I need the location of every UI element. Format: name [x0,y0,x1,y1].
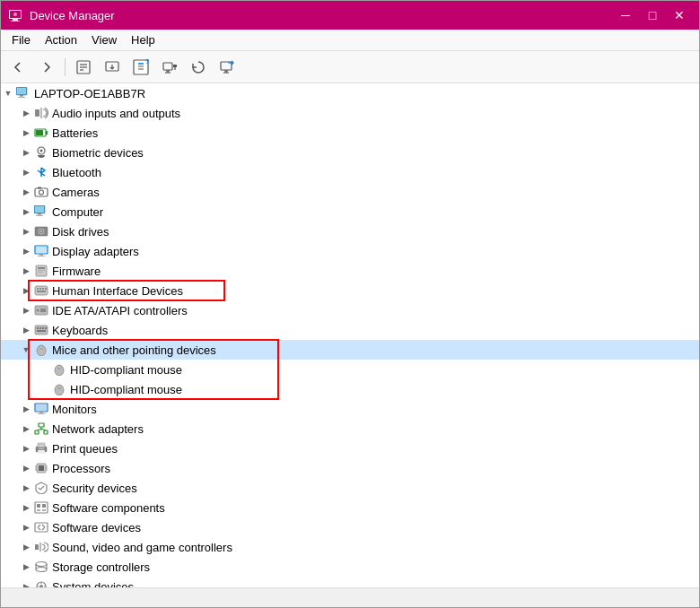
close-button[interactable]: ✕ [667,5,692,25]
tree-expander-hid[interactable] [19,283,33,298]
tree-item-system[interactable]: System devices [1,577,699,587]
tree-label-monitors: Monitors [52,403,97,416]
tree-item-firmware[interactable]: Firmware [1,261,699,281]
svg-rect-83 [35,430,39,434]
menu-action[interactable]: Action [38,30,84,50]
tree-expander-audio[interactable] [19,106,33,120]
tree-icon-computer [15,86,31,100]
refresh-button[interactable] [185,55,212,80]
tree-label-audio: Audio inputs and outputs [52,107,180,120]
tree-icon-firmware [33,264,49,278]
tree-label-network: Network adapters [52,422,144,436]
tree-item-hid-mouse2[interactable]: HID-compliant mouse [1,379,699,399]
tree-label-batteries: Batteries [52,126,98,140]
svg-rect-27 [17,88,26,94]
tree-expander-cameras[interactable] [19,185,33,199]
show-devices-button[interactable] [156,55,183,80]
tree-icon-mouse [51,362,67,377]
svg-rect-102 [42,504,46,508]
tree-item-mice[interactable]: Mice and other pointing devices [1,340,699,360]
tree-expander-computer[interactable] [19,204,33,219]
tree-item-audio[interactable]: Audio inputs and outputs [1,103,699,123]
tree-icon-hid [33,283,49,298]
tree-item-ide[interactable]: IDE ATA/ATAPI controllers [1,300,699,320]
tree-panel[interactable]: LAPTOP-OE1ABB7RAudio inputs and outputsB… [1,83,699,587]
svg-rect-64 [37,327,39,329]
tree-item-sw-dev[interactable]: Software devices [1,517,699,537]
tree-expander-sw-dev[interactable] [19,520,33,534]
tree-expander-bluetooth[interactable] [19,165,33,179]
tree-item-display[interactable]: Display adapters [1,241,699,261]
tree-expander-security[interactable] [19,481,33,495]
svg-point-35 [40,150,43,152]
tree-item-disk[interactable]: Disk drives [1,221,699,241]
tree-item-computer[interactable]: Computer [1,202,699,221]
properties-button[interactable] [70,55,97,80]
forward-button[interactable] [33,55,60,80]
tree-expander-print[interactable] [19,441,33,456]
tree-label-computer: Computer [52,205,103,219]
tree-item-keyboards[interactable]: Keyboards [1,320,699,340]
scan-button[interactable] [214,55,241,80]
svg-rect-53 [38,272,42,273]
maximize-button[interactable]: □ [640,5,665,25]
toolbar-sep-1 [65,58,66,76]
tree-expander-firmware[interactable] [19,264,33,278]
tree-item-print[interactable]: Print queues [1,439,699,458]
tree-label-mice: Mice and other pointing devices [52,343,216,357]
tree-expander-laptop[interactable] [1,86,15,100]
tree-expander-disk[interactable] [19,224,33,239]
tree-item-hid[interactable]: Human Interface Devices [1,281,699,300]
minimize-button[interactable]: ─ [613,5,638,25]
tree-item-monitors[interactable]: Monitors [1,399,699,419]
tree-item-storage[interactable]: Storage controllers [1,557,699,577]
svg-rect-30 [35,109,39,117]
tree-expander-hid-mouse2[interactable] [37,382,51,396]
tree-expander-processors[interactable] [19,461,33,475]
info-button[interactable]: ? [127,55,154,80]
tree-item-network[interactable]: Network adapters [1,419,699,439]
tree-item-biometric[interactable]: Biometric devices [1,143,699,162]
svg-rect-2 [11,21,20,22]
menu-bar: File Action View Help [1,30,699,51]
tree-expander-display[interactable] [19,244,33,258]
tree-item-sw-comp[interactable]: Software components [1,498,699,517]
back-button[interactable] [4,55,31,80]
tree-item-laptop[interactable]: LAPTOP-OE1ABB7R [1,83,699,103]
tree-expander-sound[interactable] [19,540,33,554]
menu-help[interactable]: Help [124,30,162,50]
update-driver-button[interactable] [99,55,126,80]
svg-rect-49 [38,256,45,256]
tree-item-batteries[interactable]: Batteries [1,123,699,143]
svg-rect-91 [39,448,44,449]
tree-icon-mouse [51,382,67,396]
tree-expander-sw-comp[interactable] [19,500,33,515]
menu-file[interactable]: File [4,30,38,50]
tree-item-processors[interactable]: Processors [1,458,699,478]
menu-view[interactable]: View [84,30,124,50]
svg-point-112 [39,585,43,587]
tree-expander-biometric[interactable] [19,145,33,160]
svg-line-86 [37,429,41,430]
tree-expander-network[interactable] [19,421,33,436]
tree-icon-software-comp [33,500,49,515]
tree-label-ide: IDE ATA/ATAPI controllers [52,304,188,317]
svg-rect-104 [42,509,46,511]
tree-item-cameras[interactable]: Cameras [1,182,699,202]
tree-expander-system[interactable] [19,579,33,587]
tree-item-bluetooth[interactable]: Bluetooth [1,162,699,182]
tree-item-sound[interactable]: Sound, video and game controllers [1,537,699,557]
svg-point-45 [40,230,42,232]
tree-expander-monitors[interactable] [19,402,33,416]
tree-expander-storage[interactable] [19,560,33,574]
tree-item-hid-mouse1[interactable]: HID-compliant mouse [1,360,699,379]
tree-expander-mice[interactable] [19,343,33,357]
tree-expander-ide[interactable] [19,303,33,317]
tree-item-security[interactable]: Security devices [1,478,699,498]
tree-expander-batteries[interactable] [19,126,33,140]
tree-expander-hid-mouse1[interactable] [37,362,51,377]
svg-rect-105 [35,523,48,532]
tree-expander-keyboards[interactable] [19,323,33,337]
tree-label-processors: Processors [52,462,110,475]
tree-label-sound: Sound, video and game controllers [52,541,232,554]
